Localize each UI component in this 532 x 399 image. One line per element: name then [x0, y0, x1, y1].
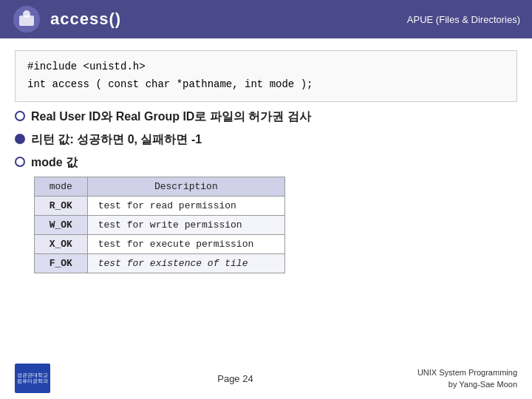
bullet-item-1: Real User ID와 Real Group ID로 파일의 허가권 검사 [15, 109, 517, 125]
footer-page-number: Page 24 [217, 373, 253, 384]
table-header-mode: mode [35, 177, 88, 196]
bullet-icon-2 [15, 134, 25, 144]
code-box: #include <unistd.h> int access ( const c… [15, 50, 517, 102]
bullet-item-2: 리턴 값: 성공하면 0, 실패하면 -1 [15, 132, 517, 148]
table-cell-mode: R_OK [35, 196, 88, 215]
mode-table-container: mode Description R_OKtest for read permi… [34, 177, 285, 273]
code-line-1: #include <unistd.h> [27, 58, 505, 76]
bullet-text-1: Real User ID와 Real Group ID로 파일의 허가권 검사 [31, 109, 311, 125]
bullet-text-2: 리턴 값: 성공하면 0, 실패하면 -1 [31, 132, 202, 148]
footer-logo-text-2: 컴퓨터공학과 [17, 378, 48, 384]
content-area: Real User ID와 Real Group ID로 파일의 허가권 검사 … [15, 109, 517, 273]
header-logo-icon [12, 4, 41, 34]
code-line-2: int access ( const char *pathname, int m… [27, 76, 505, 94]
table-row: W_OKtest for write permission [35, 215, 285, 234]
table-cell-description: test for write permission [87, 215, 284, 234]
table-cell-description: test for read permission [87, 196, 284, 215]
table-cell-mode: F_OK [35, 253, 88, 273]
footer-credit: UNIX System Programming by Yang-Sae Moon [417, 366, 517, 391]
table-cell-description: test for existence of tile [87, 253, 284, 273]
footer-credit-line1: UNIX System Programming [417, 366, 517, 379]
bullet-icon-1 [15, 111, 25, 121]
footer-logo-text-1: 성균관대학교 [17, 372, 48, 378]
table-header-description: Description [87, 177, 284, 196]
bullet-item-3: mode 값 mode Description R_OKtest for rea… [15, 155, 517, 273]
table-row: X_OKtest for execute permission [35, 234, 285, 253]
mode-table: mode Description R_OKtest for read permi… [34, 177, 285, 273]
bullet-icon-3 [15, 157, 25, 167]
footer: 성균관대학교 컴퓨터공학과 Page 24 UNIX System Progra… [0, 364, 532, 393]
table-cell-mode: X_OK [35, 234, 88, 253]
table-row: F_OKtest for existence of tile [35, 253, 285, 273]
table-cell-description: test for execute permission [87, 234, 284, 253]
footer-logo-box: 성균관대학교 컴퓨터공학과 [15, 364, 50, 393]
footer-credit-line2: by Yang-Sae Moon [417, 378, 517, 391]
header: access() APUE (Files & Directories) [0, 0, 532, 38]
footer-logo-area: 성균관대학교 컴퓨터공학과 [15, 364, 53, 393]
table-row: R_OKtest for read permission [35, 196, 285, 215]
bullet-text-3: mode 값 [31, 155, 78, 171]
header-subtitle: APUE (Files & Directories) [407, 14, 520, 25]
page-title: access() [50, 10, 121, 29]
svg-point-2 [23, 10, 30, 18]
table-cell-mode: W_OK [35, 215, 88, 234]
